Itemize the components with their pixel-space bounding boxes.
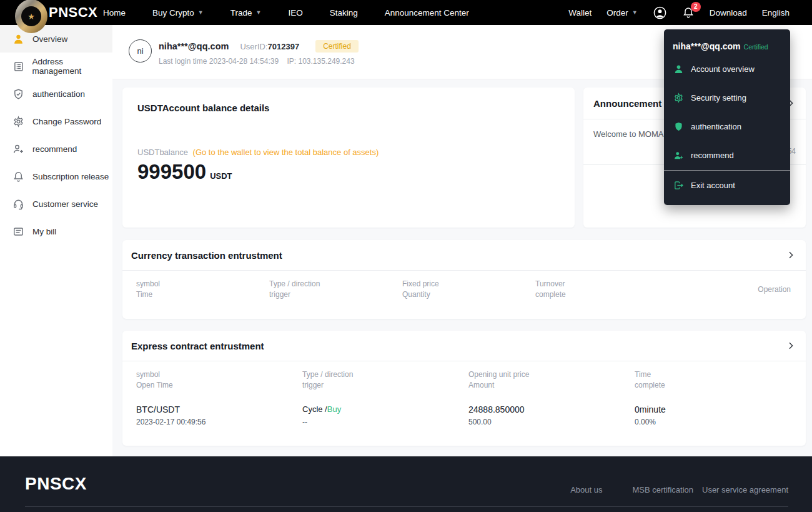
balance-card: USDTAccount balance details USDTbalance … (122, 88, 575, 228)
avatar[interactable]: ni (129, 39, 152, 63)
divider (25, 506, 788, 507)
sidebar-item-label: Subscription release (32, 172, 109, 181)
account-avatar-icon[interactable] (653, 6, 667, 20)
footer: PNSCX About us MSB certification User se… (0, 456, 812, 512)
sidebar-item-label: Overview (32, 34, 67, 44)
balance-card-title: USDTAccount balance details (137, 103, 560, 113)
menu-item-authentication[interactable]: authentication (664, 112, 790, 141)
gear-icon (12, 116, 24, 128)
menu-item-account-overview[interactable]: Account overview (664, 54, 790, 83)
user-icon (673, 64, 684, 74)
userid-value: 7012397 (268, 42, 300, 51)
currency-entrustment-card: Currency transaction entrustment symbolT… (122, 240, 806, 319)
chevron-down-icon: ▼ (255, 9, 261, 16)
cell-type-direction: Cycle /Buy -- (302, 404, 468, 426)
footer-link-user-service-agreement[interactable]: User service agreement (702, 485, 788, 494)
gear-icon (673, 93, 684, 103)
sidebar-item-recommend[interactable]: recommend (0, 135, 112, 163)
express-table-header: symbolOpen Time Type / directiontrigger … (122, 361, 806, 391)
sidebar-item-change-password[interactable]: Change Password (0, 108, 112, 135)
nav-wallet[interactable]: Wallet (568, 8, 592, 18)
sidebar-item-authentication[interactable]: authentication (0, 80, 112, 108)
nav-announcement-center[interactable]: Announcement Center (385, 8, 469, 18)
sidebar-item-label: Change Password (32, 117, 101, 126)
notification-count-badge: 2 (691, 2, 701, 12)
userid-label: UserID: (240, 42, 267, 51)
menu-item-recommend[interactable]: recommend (664, 141, 790, 169)
nav-buy-crypto[interactable]: Buy Crypto▼ (152, 8, 204, 18)
col-price-quantity: Fixed priceQuantity (402, 279, 535, 300)
nav-order[interactable]: Order▼ (607, 8, 637, 18)
express-card-title: Express contract entrustment (131, 341, 264, 351)
primary-nav: Home Buy Crypto▼ Trade▼ IEO Staking Anno… (103, 0, 469, 25)
sidebar-item-label: My bill (32, 227, 56, 236)
wallet-hint-link[interactable]: (Go to the wallet to view the total bala… (193, 148, 379, 157)
col-openprice-amount: Opening unit priceAmount (468, 369, 635, 391)
shield-check-icon (12, 88, 24, 100)
balance-currency: USDT (210, 171, 232, 181)
sidebar-item-subscription-release[interactable]: Subscription release (0, 163, 112, 190)
nav-ieo[interactable]: IEO (288, 8, 302, 18)
logout-icon (673, 180, 684, 191)
logo-star-icon: ★ (21, 6, 41, 26)
shield-icon (673, 121, 684, 132)
user-plus-icon (12, 143, 24, 155)
col-turnover-complete: Turnovercomplete (535, 279, 668, 300)
user-email: niha***@qq.com (159, 41, 229, 51)
express-entrustment-card: Express contract entrustment symbolOpen … (122, 331, 806, 446)
nav-download[interactable]: Download (710, 8, 747, 18)
menu-item-security-setting[interactable]: Security setting (664, 83, 790, 112)
sidebar: Overview Address management authenticati… (0, 25, 112, 456)
footer-link-about-us[interactable]: About us (570, 485, 602, 494)
headset-icon (12, 198, 24, 210)
brand-name[interactable]: PNSCX (49, 0, 97, 25)
dropdown-user-email: niha***@qq.com (673, 41, 741, 51)
col-time-complete: Timecomplete (635, 369, 801, 391)
col-type-trigger: Type / directiontrigger (302, 369, 468, 391)
currency-table-header: symbolTime Type / directiontrigger Fixed… (122, 271, 806, 300)
chevron-right-icon[interactable] (786, 250, 796, 260)
currency-card-title: Currency transaction entrustment (131, 250, 282, 261)
sidebar-item-label: Address management (32, 57, 112, 76)
col-type-trigger: Type / directiontrigger (269, 279, 402, 300)
top-navbar: ★ PNSCX Home Buy Crypto▼ Trade▼ IEO Stak… (0, 0, 812, 25)
sidebar-item-overview[interactable]: Overview (0, 25, 112, 53)
sidebar-item-customer-service[interactable]: Customer service (0, 190, 112, 218)
bill-icon (12, 226, 24, 238)
direction-buy: Buy (327, 404, 341, 414)
page: ★ PNSCX Home Buy Crypto▼ Trade▼ IEO Stak… (0, 0, 812, 512)
nav-staking[interactable]: Staking (330, 8, 358, 18)
last-login-time: Last login time 2023-04-28 14:54:39 (159, 57, 279, 66)
cell-price-amount: 24888.850000 500.00 (468, 404, 635, 426)
nav-trade[interactable]: Trade▼ (230, 8, 262, 18)
address-list-icon (12, 61, 24, 73)
navbar-right: Wallet Order▼ 2 Download English (568, 0, 790, 25)
balance-label: USDTbalance (137, 148, 188, 157)
col-operation: Operation (758, 285, 791, 294)
dropdown-certified-label: Certified (744, 43, 768, 51)
brand-logo-icon[interactable]: ★ (15, 0, 47, 33)
login-ip: IP: 103.135.249.243 (287, 57, 354, 66)
sidebar-item-my-bill[interactable]: My bill (0, 218, 112, 245)
notifications-bell-icon[interactable]: 2 (682, 6, 695, 19)
nav-home[interactable]: Home (103, 8, 126, 18)
language-selector[interactable]: English (762, 8, 790, 18)
certified-badge: Certified (315, 40, 359, 53)
menu-item-exit-account[interactable]: Exit account (664, 171, 790, 199)
user-icon (12, 33, 24, 45)
table-row: BTC/USDT 2023-02-17 00:49:56 Cycle /Buy … (122, 391, 806, 426)
account-dropdown-menu: niha***@qq.com Certified Account overvie… (664, 29, 790, 205)
sidebar-item-label: authentication (32, 89, 85, 99)
balance-amount: 999500 (137, 160, 206, 184)
user-plus-icon (673, 150, 684, 161)
footer-brand: PNSCX (25, 474, 87, 494)
footer-link-msb-certification[interactable]: MSB certification (632, 485, 693, 494)
col-symbol-opentime: symbolOpen Time (136, 369, 302, 391)
sidebar-item-address-management[interactable]: Address management (0, 53, 112, 80)
bell-icon (12, 171, 24, 183)
chevron-down-icon: ▼ (198, 9, 204, 16)
chevron-down-icon: ▼ (632, 9, 638, 16)
sidebar-item-label: Customer service (32, 199, 98, 209)
chevron-right-icon[interactable] (786, 341, 796, 351)
cell-symbol: BTC/USDT 2023-02-17 00:49:56 (136, 404, 302, 426)
